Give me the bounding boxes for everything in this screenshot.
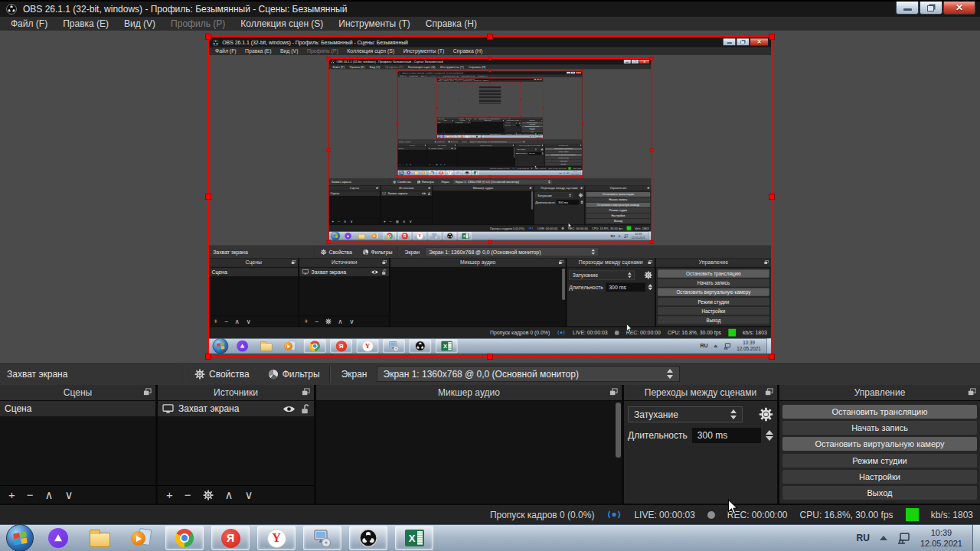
studio-mode-button[interactable]: Режим студии — [782, 454, 977, 468]
duration-spinbox: 300 ms — [512, 125, 520, 126]
scenes-list[interactable]: Сцена — [0, 401, 155, 485]
resize-handle[interactable] — [487, 354, 493, 360]
menu-view[interactable]: Вид (V) — [116, 17, 163, 31]
source-up-button[interactable]: ∧ — [225, 489, 234, 500]
source-down-button[interactable]: ∨ — [245, 489, 253, 500]
stop-virtual-camera-button: Остановить виртуальную камеру — [586, 203, 651, 207]
popout-icon[interactable] — [609, 388, 618, 396]
taskbar-yandex-icon[interactable]: Y — [257, 526, 296, 550]
stop-virtual-camera-button[interactable]: Остановить виртуальную камеру — [782, 437, 977, 451]
sources-list[interactable]: Захват экрана — [158, 401, 314, 485]
hidden-icons-chevron[interactable] — [880, 536, 887, 540]
popout-icon[interactable] — [765, 388, 773, 396]
taskbar-yandex-alice-icon[interactable] — [41, 526, 75, 550]
settings-button: Настройки — [545, 160, 582, 162]
taskbar-clock[interactable]: 10:39 12.05.2021 — [920, 527, 962, 549]
mixer-scrollbar — [531, 191, 533, 210]
controls-header[interactable]: Управление — [779, 385, 980, 401]
settings-button[interactable]: Настройки — [782, 470, 977, 484]
popout-icon[interactable] — [143, 388, 152, 396]
scenes-header[interactable]: Сцены — [0, 385, 155, 401]
resize-handle[interactable] — [205, 354, 211, 360]
stop-streaming-button[interactable]: Остановить трансляцию — [782, 405, 977, 419]
controls-header: Управление — [544, 144, 582, 147]
start-recording-button[interactable]: Начать запись — [782, 421, 977, 435]
resize-handle[interactable] — [487, 34, 493, 40]
filters-button[interactable]: Фильтры — [259, 363, 329, 385]
combobox-arrows-icon — [726, 409, 737, 419]
popout-icon[interactable] — [302, 388, 310, 396]
taskbar-media-player-icon[interactable] — [124, 526, 158, 550]
taskbar-excel-icon: X — [480, 135, 484, 138]
restore-button[interactable] — [920, 2, 942, 15]
menu-tools[interactable]: Инструменты (T) — [331, 17, 417, 31]
taskbar-obs-icon[interactable] — [349, 526, 387, 550]
transition-gear-icon[interactable] — [759, 407, 773, 422]
studio-mode-button: Режим студии — [658, 298, 769, 305]
exit-button[interactable]: Выход — [782, 486, 977, 500]
minimize-button — [623, 60, 631, 64]
preview-area[interactable]: OBS 26.1.1 (32-bit, windows) - Профиль: … — [0, 31, 980, 363]
studio-mode-button: Режим студии — [586, 208, 651, 213]
add-scene-button[interactable]: + — [8, 489, 15, 500]
selected-source-capture — [459, 83, 521, 117]
scene-down-button[interactable]: ∨ — [65, 489, 74, 500]
scene-up-button[interactable]: ∧ — [45, 489, 54, 500]
remove-scene-button: − — [224, 318, 228, 324]
source-item[interactable]: Захват экрана — [158, 401, 314, 416]
taskbar-installer-icon[interactable] — [303, 526, 341, 550]
language-indicator[interactable]: RU — [857, 533, 870, 543]
unlock-icon[interactable] — [300, 404, 309, 414]
spinbox-arrows-icon[interactable] — [766, 430, 773, 441]
selected-source-capture[interactable]: OBS 26.1.1 (32-bit, windows) - Профиль: … — [207, 36, 773, 357]
remove-source-button[interactable]: − — [185, 489, 191, 500]
menu-help[interactable]: Справка (H) — [418, 17, 485, 31]
source-properties-gear-icon[interactable] — [203, 490, 214, 500]
sources-header[interactable]: Источники — [158, 385, 314, 401]
close-button[interactable]: ✕ — [943, 2, 975, 15]
unlock-icon — [381, 269, 387, 274]
recording-pause-icon[interactable] — [707, 511, 715, 519]
mixer-scrollbar[interactable] — [616, 403, 621, 458]
gear-icon — [194, 369, 205, 380]
obs-titlebar[interactable]: OBS 26.1.1 (32-bit, windows) - Профиль: … — [0, 0, 980, 17]
resize-handle[interactable] — [205, 34, 211, 40]
network-tray-icon[interactable] — [897, 533, 910, 544]
menu-file[interactable]: Файл (F) — [3, 17, 55, 31]
minimize-button[interactable] — [896, 2, 919, 15]
resize-handle — [520, 116, 521, 117]
visibility-eye-icon[interactable] — [283, 405, 296, 413]
resize-handle[interactable] — [769, 194, 775, 200]
resize-handle — [489, 78, 491, 80]
properties-button[interactable]: Свойства — [185, 363, 259, 385]
duration-spinbox[interactable]: 300 ms — [692, 428, 761, 443]
taskbar-excel-icon[interactable]: X — [395, 526, 433, 550]
start-button[interactable] — [6, 524, 34, 551]
popout-icon[interactable] — [968, 388, 976, 396]
remove-scene-button[interactable]: − — [27, 489, 34, 500]
scene-item[interactable]: Сцена — [0, 401, 155, 416]
resize-handle[interactable] — [205, 194, 211, 200]
source-toolbar: Захват экрана Свойства Фильтры Экран Экр… — [329, 178, 652, 186]
resize-handle — [520, 82, 521, 83]
taskbar-yandex-browser-icon[interactable]: Я — [211, 526, 250, 550]
dropped-frames-status: Пропуск кадров 0 (0.0%) — [490, 168, 510, 170]
show-desktop-button[interactable] — [972, 525, 980, 551]
menu-scene-collection[interactable]: Коллекция сцен (S) — [233, 17, 331, 31]
transitions-body: Затухание Длительность 300 ms — [624, 401, 777, 504]
duration-value: 300 ms — [512, 125, 515, 126]
menu-view: Вид (V) — [276, 47, 302, 55]
transition-combobox[interactable]: Затухание — [628, 406, 743, 422]
resize-handle[interactable] — [769, 354, 775, 360]
taskbar-chrome-icon[interactable] — [165, 526, 204, 550]
taskbar-explorer-icon[interactable] — [83, 526, 116, 550]
taskbar-yandex-browser-icon: Я — [330, 339, 352, 353]
transitions-header[interactable]: Переходы между сценами — [624, 385, 777, 401]
mixer-header[interactable]: Микшер аудио — [316, 385, 622, 401]
audio-mixer-panel: Микшер аудио — [433, 186, 533, 225]
source-item: Захват экрана — [381, 191, 432, 196]
add-source-button[interactable]: + — [166, 489, 173, 500]
resize-handle[interactable] — [769, 34, 775, 40]
menu-edit[interactable]: Правка (E) — [55, 17, 116, 31]
screen-select-combobox[interactable]: Экран 1: 1360x768 @ 0,0 (Основной монито… — [377, 366, 680, 382]
